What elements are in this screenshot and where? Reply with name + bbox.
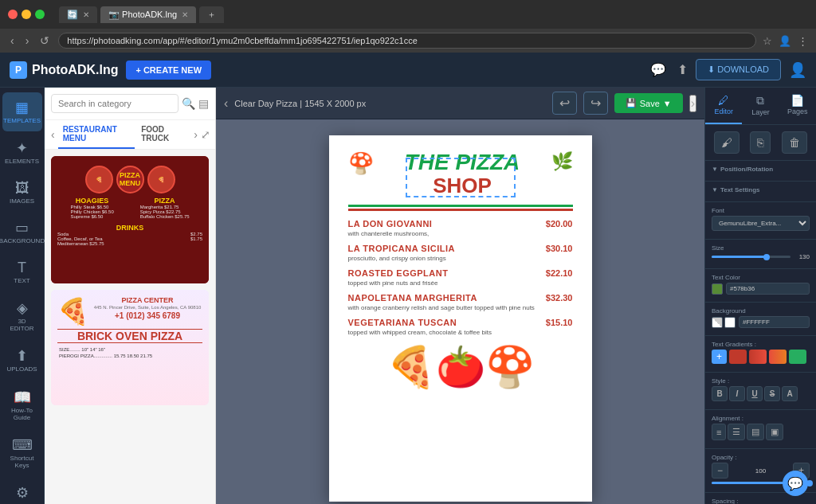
gradient-color-2[interactable] xyxy=(749,350,767,364)
gradient-color-1[interactable] xyxy=(729,350,747,364)
opacity-decrease-button[interactable]: − xyxy=(712,463,728,479)
search-icon[interactable]: 🔍 xyxy=(182,97,195,110)
close-button[interactable] xyxy=(8,10,18,19)
thumb-brick-oven-title: BRICK OVEN PIZZA xyxy=(57,329,202,343)
sidebar-item-images[interactable]: 🖼 IMAGES xyxy=(2,174,42,212)
italic-button[interactable]: I xyxy=(729,386,745,401)
right-panel: 🖊 Editor ⧉ Layer 📄 Pages 🖌 ⎘ 🗑 ▼ Positio… xyxy=(704,88,816,504)
save-icon: 💾 xyxy=(626,98,637,108)
align-center-button[interactable]: ☰ xyxy=(728,424,745,440)
underline-button[interactable]: U xyxy=(747,386,763,401)
sidebar-item-background[interactable]: ▭ BACKGROUND xyxy=(2,213,42,252)
bg-transparent-swatch[interactable] xyxy=(712,317,723,328)
item-price-5: $15.10 xyxy=(546,318,573,327)
panel-prev-button[interactable]: ‹ xyxy=(49,127,57,143)
tool-brush[interactable]: 🖌 xyxy=(714,131,740,154)
panel-expand-button[interactable]: ⤢ xyxy=(201,128,210,141)
download-button[interactable]: ⬇ DOWNLOAD xyxy=(696,59,781,80)
templates-icon: ▦ xyxy=(15,99,29,116)
tab-restaurant-menu[interactable]: RESTAURANT MENU xyxy=(58,120,135,149)
style-section: Style : B I U S A xyxy=(705,373,816,410)
template-thumb-2[interactable]: 🍕 PIZZA CENTER 445 N. Pincer Drive, Suit… xyxy=(51,290,209,405)
thumb-hoagies-items: Philly Steak $6.50 Philly Chicken $6.50 … xyxy=(70,205,113,219)
canvas-toolbar: ‹ Clear Day Pizza | 1545 X 2000 px ↩ ↪ 💾… xyxy=(216,88,704,119)
align-justify-button[interactable]: ▣ xyxy=(766,424,783,440)
align-right-button[interactable]: ▤ xyxy=(747,424,764,440)
save-button[interactable]: 💾 Save ▼ xyxy=(614,93,683,113)
bookmark-icon[interactable]: ☆ xyxy=(763,35,772,47)
thumb-sections: HOAGIES Philly Steak $6.50 Philly Chicke… xyxy=(57,197,202,219)
layer-tab-icon: ⧉ xyxy=(743,94,777,107)
font-section: Font GemunuLibre_Extra... xyxy=(705,202,816,240)
chat-bubble-button[interactable]: 💬 xyxy=(783,471,808,496)
canvas-next-button[interactable]: › xyxy=(689,95,696,112)
doc-divider-green xyxy=(348,205,573,207)
address-bar[interactable] xyxy=(58,33,756,49)
menu-item-2: LA TROPICANA SICILIA $30.10 prosciutto, … xyxy=(348,244,573,262)
messages-icon[interactable]: 💬 xyxy=(650,62,666,77)
tab-pages[interactable]: 📄 Pages xyxy=(779,88,816,124)
sidebar-item-templates[interactable]: ▦ TEMPLATES xyxy=(2,92,42,131)
bg-white-swatch[interactable] xyxy=(724,317,736,328)
text-settings-collapse-icon: ▼ xyxy=(712,186,718,193)
redo-button[interactable]: ↪ xyxy=(583,92,608,115)
text-gradients-label: Text Gradients : xyxy=(712,341,810,348)
browser-tab-new[interactable]: ＋ xyxy=(199,6,224,23)
bg-pattern-swatches xyxy=(712,317,736,328)
panel-next-button[interactable]: › xyxy=(192,127,199,143)
images-icon: 🖼 xyxy=(15,180,29,197)
sidebar-item-3d-editor[interactable]: ◈ 3D EDITOR xyxy=(2,293,42,339)
tab-close-2[interactable]: ✕ xyxy=(182,10,188,19)
sidebar-item-how-to-guide[interactable]: 📖 How-To Guide xyxy=(2,382,42,428)
tab-food-truck[interactable]: FOOD TRUCK xyxy=(136,120,190,149)
gradient-add-button[interactable]: + xyxy=(712,350,727,364)
tab-layer[interactable]: ⧉ Layer xyxy=(742,88,779,124)
size-label: Size xyxy=(712,244,810,252)
bold-button[interactable]: B xyxy=(712,386,728,401)
search-input[interactable] xyxy=(51,94,178,113)
sidebar-item-tools[interactable]: ⚙ TOOLS xyxy=(2,478,42,504)
text-color-hex[interactable]: #578b36 xyxy=(726,283,810,295)
tab-editor[interactable]: 🖊 Editor xyxy=(705,88,742,124)
transform-button[interactable]: A xyxy=(782,386,798,401)
create-new-button[interactable]: + CREATE NEW xyxy=(126,61,211,80)
refresh-button[interactable]: ↺ xyxy=(37,34,52,47)
canvas-prev-button[interactable]: ‹ xyxy=(224,96,228,111)
share-icon[interactable]: ⬆ xyxy=(677,62,688,77)
sidebar-item-text[interactable]: T TEXT xyxy=(2,253,42,291)
browser-tab-1[interactable]: 🔄 ✕ xyxy=(59,6,97,23)
bg-color-hex[interactable]: #FFFFFF xyxy=(739,316,810,328)
spacing-label: Spacing : xyxy=(712,498,810,504)
canvas-viewport[interactable]: 🍄 THE PIZZA SHOP 🌿 LA DON GIOVANNI $20.0… xyxy=(216,119,704,504)
undo-button[interactable]: ↩ xyxy=(552,92,577,115)
minimize-button[interactable] xyxy=(22,10,31,19)
sidebar-item-shortcut-keys[interactable]: ⌨ Shortcut Keys xyxy=(2,430,42,476)
text-gradients-section: Text Gradients : + xyxy=(705,336,816,373)
grid-view-icon[interactable]: ▤ xyxy=(198,97,209,110)
strikethrough-button[interactable]: S xyxy=(764,386,780,401)
main-layout: ▦ TEMPLATES ✦ ELEMENTS 🖼 IMAGES ▭ BACKGR… xyxy=(0,88,816,504)
user-menu-icon[interactable]: 👤 xyxy=(789,61,806,79)
opacity-value: 100 xyxy=(730,467,791,475)
pizza-art-icon: 🍕🍅🍄 xyxy=(386,344,535,390)
size-slider[interactable] xyxy=(712,256,790,258)
browser-tab-2[interactable]: 📷 PhotoADK.lng ✕ xyxy=(100,6,196,23)
sidebar-item-elements[interactable]: ✦ ELEMENTS xyxy=(2,133,42,172)
gradient-color-4[interactable] xyxy=(789,350,806,364)
account-icon[interactable]: 👤 xyxy=(779,35,791,47)
nav-back-button[interactable]: ‹ xyxy=(8,34,17,47)
tool-delete[interactable]: 🗑 xyxy=(782,131,807,154)
text-color-swatch[interactable] xyxy=(712,283,723,295)
gradient-color-3[interactable] xyxy=(769,350,787,364)
canvas-title: Clear Day Pizza | 1545 X 2000 px xyxy=(234,99,545,108)
nav-forward-button[interactable]: › xyxy=(23,34,32,47)
maximize-button[interactable] xyxy=(35,10,45,19)
template-thumb-1[interactable]: 🍕 PIZZAMENU 🍕 HOAGIES Philly Steak $6.50… xyxy=(51,156,209,283)
tab-close-1[interactable]: ✕ xyxy=(83,10,89,19)
align-left-button[interactable]: ≡ xyxy=(712,424,726,440)
menu-icon[interactable]: ⋮ xyxy=(798,35,808,47)
font-select[interactable]: GemunuLibre_Extra... xyxy=(712,216,810,231)
sidebar-label-howto: How-To Guide xyxy=(6,408,39,422)
sidebar-item-uploads[interactable]: ⬆ UPLOADS xyxy=(2,341,42,380)
tool-copy[interactable]: ⎘ xyxy=(750,131,771,154)
